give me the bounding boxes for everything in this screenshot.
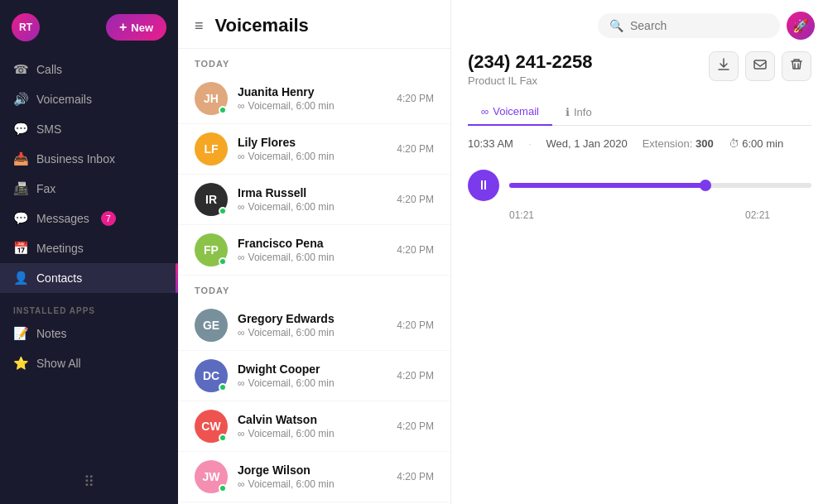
avatar-lily: LF	[195, 132, 228, 166]
meetings-icon: 📅	[13, 241, 28, 256]
avatar-dwight: DC	[195, 359, 228, 392]
contact-sub: ∞ Voicemail, 6:00 min	[238, 428, 397, 439]
list-item[interactable]: LF Lily Flores ∞ Voicemail, 6:00 min 4:2…	[178, 124, 450, 175]
online-indicator	[219, 106, 227, 114]
contact-info: Francisco Pena ∞ Voicemail, 6:00 min	[238, 237, 397, 263]
pause-button[interactable]: ⏸	[468, 170, 499, 201]
avatar: RT	[12, 13, 40, 41]
voicemail-tab-icon: ∞	[481, 105, 489, 118]
online-indicator	[219, 257, 227, 266]
contact-time: 4:20 PM	[397, 420, 434, 432]
contact-name: Lily Flores	[238, 136, 397, 149]
nav-show-all[interactable]: ⭐ Show All	[0, 348, 178, 378]
voicemail-sub-icon: ∞	[238, 327, 245, 338]
voicemail-sub-icon: ∞	[238, 478, 245, 490]
new-button[interactable]: New	[106, 14, 166, 41]
avatar-juanita: JH	[195, 82, 228, 115]
sidebar: RT New ☎ Calls 🔊 Voicemails 💬 SMS 📥 Busi…	[0, 0, 178, 504]
contact-sub: ∞ Voicemail, 6:00 min	[238, 478, 397, 490]
sidebar-bottom: ⠿	[0, 459, 178, 504]
search-input[interactable]	[630, 19, 768, 32]
nav-contacts[interactable]: 👤 Contacts	[0, 263, 178, 293]
contact-name: Jorge Wilson	[238, 463, 397, 477]
nav-fax[interactable]: 📠 Fax	[0, 174, 178, 204]
info-tab-icon: ℹ	[566, 106, 570, 118]
contact-sub: ∞ Voicemail, 6:00 min	[238, 100, 397, 112]
page-title: Voicemails	[215, 15, 309, 36]
avatar-gregory: GE	[195, 309, 228, 342]
section-day-1: TODAY	[178, 49, 450, 74]
action-buttons	[709, 51, 811, 81]
nav-sms[interactable]: 💬 SMS	[0, 114, 178, 144]
search-icon: 🔍	[609, 19, 623, 32]
avatar-irma: IR	[195, 183, 228, 216]
nav-messages[interactable]: 💬 Messages 7	[0, 204, 178, 233]
delete-button[interactable]	[782, 51, 811, 81]
meta-time: 10:33 AM	[468, 137, 513, 150]
trash-icon	[790, 58, 803, 74]
sms-icon: 💬	[13, 122, 28, 137]
contact-time: 4:20 PM	[397, 194, 434, 205]
list-item[interactable]: IR Irma Russell ∞ Voicemail, 6:00 min 4:…	[178, 175, 450, 225]
nav-notes[interactable]: 📝 Notes	[0, 319, 178, 348]
forward-button[interactable]	[745, 51, 775, 81]
rocket-button[interactable]: 🚀	[787, 12, 815, 40]
avatar-francisco: FP	[195, 233, 228, 266]
forward-icon	[753, 58, 767, 74]
dots-icon[interactable]: ⠿	[84, 473, 94, 491]
messages-badge: 7	[101, 211, 116, 226]
download-button[interactable]	[709, 51, 739, 81]
calls-icon: ☎	[13, 62, 28, 77]
list-item[interactable]: JH Juanita Henry ∞ Voicemail, 6:00 min 4…	[178, 74, 450, 124]
messages-icon: 💬	[13, 211, 28, 226]
contact-sub: ∞ Voicemail, 6:00 min	[238, 327, 397, 338]
contact-info: Gregory Edwards ∞ Voicemail, 6:00 min	[238, 312, 397, 338]
tab-voicemail[interactable]: ∞ Voicemail	[468, 98, 552, 126]
list-header: ≡ Voicemails	[178, 0, 450, 49]
contact-time: 4:20 PM	[397, 244, 434, 256]
list-item[interactable]: JW Jorge Wilson ∞ Voicemail, 6:00 min 4:…	[178, 452, 450, 502]
meta-date: Wed, 1 Jan 2020	[546, 137, 628, 150]
meta-separator: ·	[528, 137, 532, 150]
contact-name: Irma Russell	[238, 186, 397, 199]
contact-info: Calvin Watson ∞ Voicemail, 6:00 min	[238, 413, 397, 439]
nav-calls[interactable]: ☎ Calls	[0, 55, 178, 84]
detail-subtitle: Product IL Fax	[468, 74, 592, 87]
search-bar[interactable]: 🔍	[598, 13, 780, 38]
online-indicator	[219, 434, 227, 442]
nav-voicemails[interactable]: 🔊 Voicemails	[0, 84, 178, 114]
online-indicator	[219, 383, 227, 391]
meta-extension-label: Extension: 300	[643, 137, 714, 150]
nav-business-inbox[interactable]: 📥 Business Inbox	[0, 144, 178, 174]
progress-thumb	[700, 180, 711, 191]
detail-phone-number: (234) 241-2258	[468, 51, 592, 73]
tab-info[interactable]: ℹ Info	[552, 98, 605, 125]
contact-time: 4:20 PM	[397, 319, 434, 331]
online-indicator	[219, 207, 227, 215]
detail-header-row: (234) 241-2258 Product IL Fax	[468, 51, 811, 98]
list-item[interactable]: FP Francisco Pena ∞ Voicemail, 6:00 min …	[178, 225, 450, 276]
nav-meetings[interactable]: 📅 Meetings	[0, 233, 178, 263]
list-item[interactable]: DC Dwight Cooper ∞ Voicemail, 6:00 min 4…	[178, 351, 450, 401]
contact-name: Juanita Henry	[238, 85, 397, 98]
contact-sub: ∞ Voicemail, 6:00 min	[238, 201, 397, 213]
avatar-calvin: CW	[195, 410, 228, 443]
notes-icon: 📝	[13, 326, 28, 341]
detail-content: (234) 241-2258 Product IL Fax	[451, 51, 828, 504]
progress-bar[interactable]	[509, 183, 811, 188]
list-item[interactable]: CW Calvin Watson ∞ Voicemail, 6:00 min 4…	[178, 401, 450, 452]
contact-time: 4:20 PM	[397, 93, 434, 104]
voicemail-sub-icon: ∞	[238, 151, 245, 162]
contact-info: Irma Russell ∞ Voicemail, 6:00 min	[238, 186, 397, 213]
contact-info: Dwight Cooper ∞ Voicemail, 6:00 min	[238, 362, 397, 389]
contact-info: Lily Flores ∞ Voicemail, 6:00 min	[238, 136, 397, 162]
hamburger-icon[interactable]: ≡	[195, 17, 204, 35]
list-item[interactable]: GE Gregory Edwards ∞ Voicemail, 6:00 min…	[178, 300, 450, 351]
voicemail-sub-icon: ∞	[238, 100, 245, 112]
fax-icon: 📠	[13, 181, 28, 196]
contact-time: 4:20 PM	[397, 471, 434, 482]
contact-info: Jorge Wilson ∞ Voicemail, 6:00 min	[238, 463, 397, 490]
detail-tabs: ∞ Voicemail ℹ Info	[468, 98, 811, 126]
detail-info: (234) 241-2258 Product IL Fax	[468, 51, 592, 98]
pause-icon: ⏸	[477, 178, 490, 193]
